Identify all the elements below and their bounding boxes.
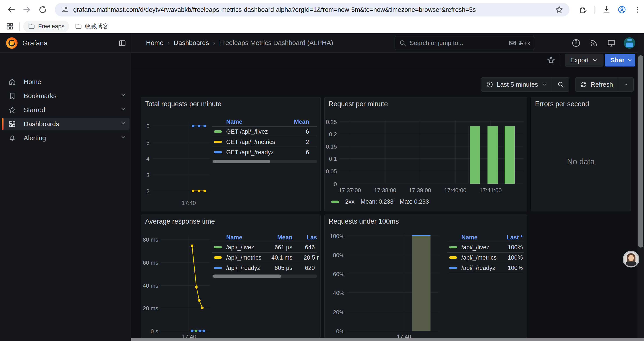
legend-row-mean: 605 µs	[274, 265, 292, 271]
search-input[interactable]: Search or jump to... ⌘+k	[394, 36, 535, 50]
brand-title[interactable]: Grafana	[22, 39, 48, 47]
legend-header-mean[interactable]: Mean	[294, 119, 309, 125]
y-tick: 0.25	[325, 119, 337, 126]
breadcrumb-home[interactable]: Home	[146, 39, 164, 47]
news-rss-icon[interactable]	[590, 39, 598, 47]
apps-grid-icon[interactable]	[6, 22, 14, 31]
help-icon[interactable]: ?	[572, 39, 580, 47]
grafana-logo[interactable]	[6, 37, 18, 49]
panel-requests-under-100ms[interactable]: Requests under 100ms 100% 80% 60% 40% 20…	[324, 215, 527, 338]
series-swatch[interactable]	[214, 246, 222, 248]
bar-2xx[interactable]	[488, 126, 498, 184]
chevron-down-icon	[542, 82, 547, 87]
downloads-icon[interactable]	[602, 6, 611, 14]
legend-header-last[interactable]: Las	[307, 234, 317, 241]
x-tick: 17:37:00	[337, 187, 363, 194]
bar-2xx[interactable]	[470, 126, 480, 184]
vertical-scrollbar-thumb[interactable]	[638, 55, 643, 247]
y-tick: 60%	[325, 271, 344, 278]
sidebar-item-home[interactable]: Home	[2, 76, 130, 88]
assistant-avatar-overlay[interactable]	[623, 251, 640, 267]
zoom-out-button[interactable]	[552, 78, 569, 92]
sidebar-item-label: Home	[24, 78, 41, 86]
chevron-down-icon[interactable]	[120, 120, 127, 126]
refresh-group: Refresh	[575, 77, 634, 92]
series-swatch[interactable]	[449, 267, 457, 269]
breadcrumb-dashboards[interactable]: Dashboards	[174, 39, 209, 47]
display-icon[interactable]	[607, 39, 616, 47]
url-text[interactable]: grafana.mathmast.com/d/deytv4rwavabkb/fr…	[73, 6, 555, 14]
series-swatch[interactable]	[331, 201, 339, 203]
legend-row-name[interactable]: /api/_/readyz	[462, 265, 496, 271]
dashboard-toolbar: Export Share	[131, 53, 644, 68]
legend-row-name[interactable]: /api/_/readyz	[226, 265, 260, 271]
series-swatch[interactable]	[214, 256, 222, 259]
x-tick: 17:40:00	[442, 187, 468, 194]
legend-row-name[interactable]: GET /api/_/metrics	[226, 139, 275, 146]
sidebar-item-bookmarks[interactable]: Bookmarks	[2, 90, 130, 102]
export-button[interactable]: Export	[565, 54, 604, 67]
address-bar[interactable]: grafana.mathmast.com/d/deytv4rwavabkb/fr…	[55, 3, 570, 17]
bar-2xx[interactable]	[504, 126, 515, 184]
panel-title: Errors per second	[535, 100, 589, 108]
area-fill[interactable]	[412, 236, 430, 331]
legend-row-last: 620	[305, 265, 315, 271]
legend-row-name[interactable]: /api/_/metrics	[462, 254, 497, 261]
extensions-icon[interactable]	[579, 6, 587, 14]
series-swatch[interactable]	[214, 141, 222, 143]
legend-row-name[interactable]: /api/_/metrics	[226, 254, 262, 261]
legend-header-mean[interactable]: Mean	[277, 234, 292, 241]
legend-header-last[interactable]: Last *	[506, 234, 523, 241]
legend-scrollbar[interactable]	[212, 274, 317, 278]
panel-total-requests[interactable]: Total requests per minute 6 5 4 3 2 17:4…	[141, 97, 321, 211]
legend-row-name[interactable]: /api/_/livez	[226, 244, 254, 251]
series-swatch[interactable]	[214, 267, 222, 269]
legend-header-name[interactable]: Name	[462, 234, 478, 241]
y-tick: 0%	[325, 328, 344, 335]
sidebar-item-alerting[interactable]: Alerting	[2, 132, 130, 144]
legend-row-name[interactable]: GET /api/_/livez	[226, 128, 268, 135]
browser-reload-icon[interactable]	[38, 5, 47, 14]
browser-forward-icon[interactable]	[22, 5, 31, 14]
bookmark-folder-blogs[interactable]: 收藏博客	[70, 21, 114, 32]
bookmark-star-icon[interactable]	[555, 6, 563, 14]
sidebar-collapse-icon[interactable]	[118, 39, 126, 47]
panel-request-per-minute[interactable]: Request per minute 0.25 0.2 0.15 0.1 0.0…	[324, 97, 527, 211]
legend-header-name[interactable]: Name	[226, 234, 242, 241]
refresh-interval-button[interactable]	[618, 78, 634, 92]
time-range-picker[interactable]: Last 5 minutes	[481, 78, 552, 92]
panel-errors-per-second[interactable]: Errors per second No data	[531, 97, 631, 211]
sidebar-item-dashboards[interactable]: Dashboards	[2, 118, 130, 130]
browser-back-icon[interactable]	[7, 5, 16, 14]
favorite-star-icon[interactable]	[547, 56, 556, 65]
series-swatch[interactable]	[449, 246, 457, 248]
site-settings-icon[interactable]	[61, 6, 69, 14]
bookmark-folder-freeleaps[interactable]: Freeleaps	[23, 21, 69, 32]
refresh-button[interactable]: Refresh	[576, 78, 618, 92]
legend-row-name[interactable]: GET /api/_/readyz	[226, 149, 274, 156]
chevron-down-icon[interactable]	[120, 92, 127, 98]
legend-series-label[interactable]: 2xx	[345, 198, 354, 205]
header-brand-area: Grafana	[0, 33, 131, 53]
legend-row-mean: 40.1 ms	[271, 254, 292, 261]
legend-header-name[interactable]: Name	[226, 119, 242, 125]
refresh-label: Refresh	[591, 81, 613, 88]
sidebar-item-label: Alerting	[24, 134, 46, 142]
chevron-down-icon[interactable]	[120, 134, 127, 140]
legend-row-name[interactable]: /api/_/livez	[462, 244, 490, 251]
user-avatar[interactable]	[624, 37, 635, 49]
browser-menu-icon[interactable]	[634, 6, 642, 14]
share-menu-button[interactable]	[624, 54, 635, 67]
bookmark-folder-label: Freeleaps	[38, 23, 64, 30]
sidebar-item-starred[interactable]: Starred	[2, 104, 130, 116]
series-swatch[interactable]	[449, 256, 457, 259]
legend-scrollbar[interactable]	[212, 160, 317, 163]
panel-avg-response-time[interactable]: Average response time 80 ms 60 ms 40 ms …	[141, 215, 321, 338]
series-swatch[interactable]	[214, 130, 222, 133]
series-swatch[interactable]	[214, 151, 222, 153]
profile-icon[interactable]	[618, 6, 626, 14]
zoom-out-icon	[557, 81, 564, 88]
bookmarks-divider	[19, 22, 20, 31]
horizontal-scrollbar[interactable]	[131, 338, 644, 341]
chevron-down-icon[interactable]	[120, 106, 127, 112]
